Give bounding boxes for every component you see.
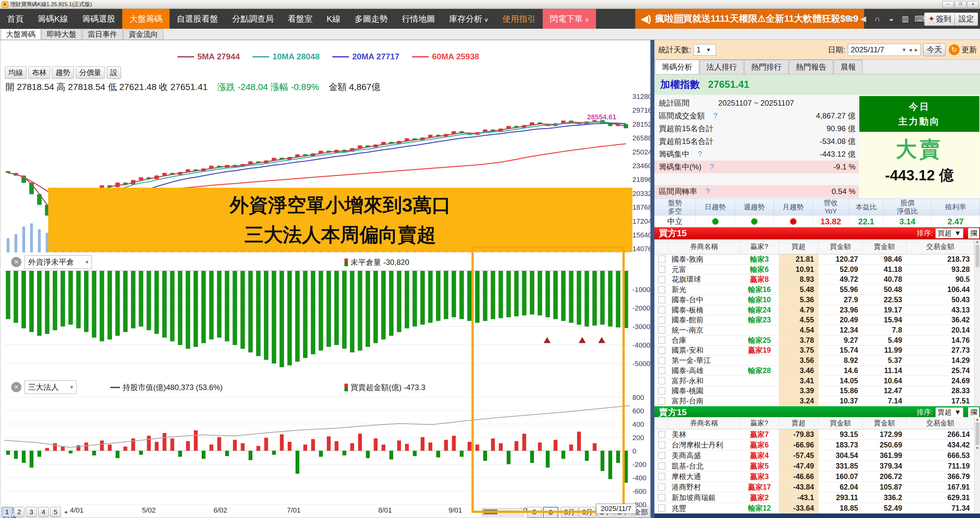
row-checkbox[interactable] [658, 296, 665, 303]
help-icon[interactable]: ? [705, 187, 710, 196]
tab-大盤籌碼[interactable]: 大盤籌碼 [1, 29, 41, 40]
stat-days-select[interactable]: 1▾ [694, 44, 716, 56]
institutional-chart-canvas[interactable] [4, 396, 630, 505]
tab-當日事件[interactable]: 當日事件 [82, 29, 123, 40]
row-checkbox[interactable] [658, 473, 665, 480]
row-checkbox[interactable] [658, 431, 665, 438]
pager-button-2[interactable]: 2 [14, 507, 25, 517]
today-button[interactable]: 今天 [923, 43, 945, 56]
help-icon[interactable]: ? [698, 150, 702, 159]
table-row[interactable]: 國泰-桃園3.3915.8612.4728.33 [654, 386, 974, 396]
range-button-3月[interactable]: 3月 [561, 507, 578, 518]
row-checkbox[interactable] [658, 256, 665, 263]
scrollbar-thumb[interactable] [483, 509, 497, 515]
row-checkbox[interactable] [658, 452, 665, 459]
table-row[interactable]: 統一-南京4.5412.347.820.14 [654, 325, 974, 335]
refresh-label[interactable]: 更新 [961, 44, 977, 55]
chart-tool-設[interactable]: 設 [107, 67, 121, 79]
analysis-tab-籌碼分析[interactable]: 籌碼分析 [655, 60, 699, 74]
row-checkbox[interactable] [658, 398, 665, 405]
table-row[interactable]: 美林贏家7-79.8393.15172.99266.14 [654, 429, 974, 440]
close-panel-icon[interactable]: ✕ [11, 257, 21, 267]
menu-item-庫存分析[interactable]: 庫存分析∨ [442, 9, 495, 29]
chat-icon[interactable]: ◒ [886, 14, 896, 23]
column-header[interactable]: 交易金額 [907, 239, 974, 254]
row-checkbox[interactable] [658, 367, 665, 374]
headset-icon[interactable]: ∩ [872, 14, 882, 23]
pager-back-icon[interactable]: ◂ [64, 508, 67, 515]
scrollbar-thumb[interactable] [975, 423, 979, 445]
maximize-button[interactable]: ❐ [955, 1, 966, 8]
buy-columns-button[interactable]: 攔 [968, 228, 979, 239]
table-row[interactable]: 第一金-華江3.568.925.3714.29 [654, 356, 974, 366]
analysis-tab-熱門報告[interactable]: 熱門報告 [789, 60, 833, 74]
table-row[interactable]: 新加坡商瑞銀贏家2-43.1293.11336.2629.31 [654, 493, 974, 503]
menu-item-閃電下單[interactable]: 閃電下單∨ [542, 9, 596, 29]
row-checkbox[interactable] [658, 316, 665, 324]
table-row[interactable]: 富邦-台南3.2410.377.1417.51 [654, 396, 974, 406]
table-row[interactable]: 國票-安和贏家193.7515.7411.9927.73 [654, 346, 974, 356]
analysis-tab-法人排行[interactable]: 法人排行 [700, 60, 744, 74]
sell-columns-button[interactable]: 攔 [968, 407, 979, 418]
column-header[interactable]: 買金額 [818, 239, 862, 254]
table-row[interactable]: 港商野村贏家17-43.8462.04105.87167.91 [654, 482, 974, 493]
pager-button-5[interactable]: 5 [50, 507, 61, 517]
row-checkbox[interactable] [658, 494, 665, 501]
row-checkbox[interactable] [658, 505, 665, 512]
close-button[interactable]: ✕ [967, 1, 979, 8]
menu-item-行情地圖[interactable]: 行情地圖 [395, 9, 442, 29]
pager-button-3[interactable]: 3 [26, 507, 37, 517]
table-row[interactable]: 國泰-館前輸家234.5520.4915.9436.42 [654, 315, 974, 325]
column-header[interactable]: 賣超 [779, 417, 818, 429]
minimize-button[interactable]: ─ [942, 1, 954, 8]
table-row[interactable]: 摩根大通贏家3-46.66160.07206.72366.79 [654, 471, 974, 482]
row-checkbox[interactable] [658, 326, 665, 334]
table-row[interactable]: 元富輸家610.9152.0941.1893.28 [654, 265, 974, 275]
panel-splitter[interactable] [651, 40, 654, 518]
table-row[interactable]: 美商高盛贏家4-57.45304.54361.99666.53 [654, 450, 974, 461]
column-header[interactable]: 賣金額 [862, 417, 907, 429]
phone-icon[interactable]: ☎ [844, 14, 854, 23]
row-checkbox[interactable] [658, 462, 665, 469]
menu-item-看盤室[interactable]: 看盤室 [281, 9, 320, 29]
menu-item-大盤籌碼[interactable]: 大盤籌碼 [122, 9, 170, 29]
table-row[interactable]: 台灣摩根士丹利贏家6-66.96183.73250.69434.42 [654, 440, 974, 450]
menu-item-K線[interactable]: K線 [320, 9, 347, 29]
menu-item-自選股看盤[interactable]: 自選股看盤 [170, 9, 225, 29]
table-row[interactable]: 國泰-台中輸家105.3627.922.5350.43 [654, 295, 974, 305]
table-row[interactable]: 國泰-高雄輸家283.4614.611.1425.74 [654, 366, 974, 376]
keyboard-icon[interactable]: ⌨ [915, 14, 924, 23]
table-row[interactable]: 凱基-台北贏家5-47.49331.85379.34711.19 [654, 461, 974, 471]
chart-tool-分價量[interactable]: 分價量 [76, 67, 105, 79]
buy-sort-select[interactable]: 買超▼ [935, 228, 963, 238]
chart-tool-布林[interactable]: 布林 [29, 67, 50, 79]
tab-資金流向[interactable]: 資金流向 [123, 29, 164, 40]
table-row[interactable]: 富邦-永和3.4114.0510.6424.69 [654, 376, 974, 386]
column-header[interactable]: 券商名稱 [668, 239, 740, 254]
promo-banner[interactable]: ◀) 瘋啦▦買就送1111天權限⚠全新11大軟體狂殺$9.9 [635, 9, 864, 29]
row-checkbox[interactable] [658, 286, 665, 293]
institutional-indicator-select[interactable]: 三大法人▾ [25, 380, 76, 394]
stats-icon[interactable]: ▥ [900, 14, 910, 23]
scrollbar-thumb[interactable] [975, 245, 979, 267]
next-day-icon[interactable]: ▸ [915, 46, 918, 53]
row-checkbox[interactable] [658, 307, 665, 313]
open-interest-chart-canvas[interactable] [4, 271, 630, 379]
menu-item-多圖走勢[interactable]: 多圖走勢 [348, 9, 395, 29]
menu-item-籌碼K線[interactable]: 籌碼K線 [31, 9, 75, 29]
zoom-out-button[interactable]: ⊖ [527, 507, 542, 518]
tab-即時大盤[interactable]: 即時大盤 [41, 29, 82, 40]
prev-day-icon[interactable]: ◂ [909, 46, 912, 53]
row-checkbox[interactable] [658, 442, 665, 448]
row-checkbox[interactable] [658, 377, 665, 384]
column-header[interactable]: 贏家? [740, 417, 779, 429]
pager-button-4[interactable]: 4 [38, 507, 49, 517]
row-checkbox[interactable] [658, 347, 665, 354]
date-input[interactable]: 2025/11/7 ▾ ◂ ▸ [848, 44, 921, 56]
table-row[interactable]: 兆豐輸家12-33.6418.8552.4971.34 [654, 503, 974, 513]
signin-button[interactable]: ✦簽到 [924, 13, 955, 26]
column-header[interactable]: 賣金額 [862, 239, 907, 254]
open-interest-indicator-select[interactable]: 外資淨未平倉▾ [25, 255, 92, 269]
menu-item-首頁[interactable]: 首頁 [0, 9, 31, 29]
analysis-tab-熱門排行[interactable]: 熱門排行 [745, 60, 789, 74]
